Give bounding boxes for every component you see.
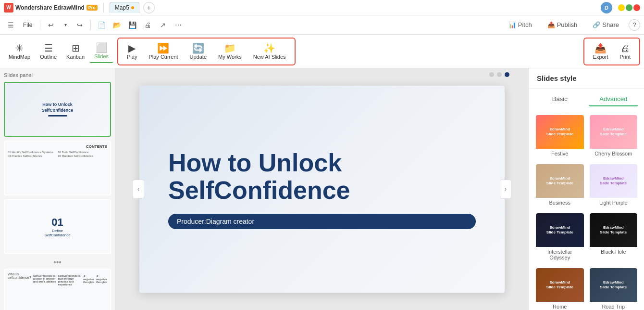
quote-4: ✗ negative thoughts — [96, 274, 107, 310]
slide-thumb-preview-1: How to UnlockSelfConfidence — [5, 83, 110, 136]
slides-style-panel: Slides style Basic Advanced EdrawMindSli… — [529, 68, 644, 310]
play-current-icon: ⏩ — [157, 43, 169, 53]
my-works-label: My Works — [218, 54, 242, 60]
slide-thumbnail-2[interactable]: CONTENTS 01 Identify SelfConfidence Syst… — [4, 141, 111, 195]
outline-tool[interactable]: ☰ Outline — [35, 40, 62, 63]
slide-thumbnail-1[interactable]: How to UnlockSelfConfidence — [4, 82, 111, 137]
open-file-icon[interactable]: 📂 — [110, 18, 124, 32]
style-card-cherry[interactable]: EdrawMindSlide Template Cherry Blossom — [589, 114, 639, 159]
more-icon[interactable]: ⋯ — [172, 18, 185, 32]
mindmap-label: MindMap — [9, 54, 30, 60]
slides-icon: ⬜ — [96, 43, 108, 52]
quote-row-2: ✗ negative thoughts ✗ negative thoughts — [83, 274, 107, 310]
publish-button[interactable]: 📤 Publish — [542, 19, 583, 31]
play-tool[interactable]: ▶ Play — [122, 40, 142, 63]
play-icon: ▶ — [128, 43, 136, 53]
slide-thumb-preview-3: 01 DefineSelfConfidence — [5, 200, 110, 253]
style-card-roadtrip[interactable]: EdrawMindSlide Template Road Trip — [589, 267, 639, 310]
slide-grid: 01 Identify SelfConfidence Systems 02 Bu… — [8, 151, 107, 157]
quote-1: SelfConfidence is a belief in oneself an… — [33, 274, 56, 310]
slide-main-content: How to Unlock SelfConfidence Producer:Di… — [139, 86, 505, 293]
sep2 — [90, 20, 91, 30]
menubar: ☰ File ↩ ▾ ↪ 📄 📂 💾 🖨 ↗ ⋯ 📊 Pitch 📤 Publi… — [0, 15, 644, 35]
slide-contents-preview: CONTENTS — [8, 144, 107, 149]
print-tool[interactable]: 🖨 Print — [615, 40, 635, 63]
style-thumb-interstellar: EdrawMindSlide Template — [536, 213, 584, 247]
save-file-icon[interactable]: 💾 — [125, 18, 139, 32]
interstellar-thumb-text: EdrawMindSlide Template — [545, 223, 575, 237]
file-menu[interactable]: File — [19, 20, 36, 30]
cherry-thumb-text: EdrawMindSlide Template — [598, 125, 629, 139]
menubar-right: 📊 Pitch 📤 Publish 🔗 Share ? — [503, 19, 640, 31]
pitch-button[interactable]: 📊 Pitch — [503, 19, 538, 31]
style-card-lightpurple[interactable]: EdrawMindSlide Template Light Purple — [589, 163, 639, 208]
slide-num-preview: 01 — [51, 216, 63, 229]
kanban-tool[interactable]: ⊞ Kanban — [62, 40, 89, 63]
style-card-blackhole[interactable]: EdrawMindSlide Template Black Hole — [589, 212, 639, 263]
style-tabs: Basic Advanced — [529, 89, 644, 110]
print-tool-icon: 🖨 — [620, 43, 630, 53]
share-button[interactable]: 🔗 Share — [587, 19, 625, 31]
redo-button[interactable]: ↪ — [73, 18, 87, 32]
separator — [103, 3, 104, 13]
export-icon[interactable]: ↗ — [156, 18, 170, 32]
avatar[interactable]: D — [601, 2, 612, 13]
tab-advanced[interactable]: Advanced — [589, 92, 639, 106]
style-card-business[interactable]: EdrawMindSlide Template Business — [535, 163, 585, 208]
update-tool[interactable]: 🔄 Update — [185, 40, 211, 63]
style-card-rome[interactable]: EdrawMindSlide Template Rome — [535, 267, 585, 310]
minimize-button[interactable] — [618, 4, 625, 11]
style-name-blackhole: Black Hole — [590, 247, 638, 257]
publish-label: Publish — [557, 21, 578, 28]
my-works-icon: 📁 — [224, 43, 236, 53]
quote-3: ✗ negative thoughts — [83, 274, 94, 310]
my-works-tool[interactable]: 📁 My Works — [213, 40, 247, 63]
canvas-nav — [489, 72, 509, 77]
undo-button[interactable]: ↩ — [44, 18, 58, 32]
sidebar-toggle-icon[interactable]: ☰ — [4, 18, 17, 32]
play-label: Play — [127, 54, 137, 60]
new-file-icon[interactable]: 📄 — [95, 18, 108, 32]
collapse-left-button[interactable]: ‹ — [133, 180, 144, 199]
export-tool[interactable]: 📤 Export — [588, 40, 613, 63]
slide-subtitle-preview: DefineSelfConfidence — [44, 229, 70, 237]
cell-1: 01 Identify SelfConfidence Systems — [8, 151, 57, 154]
style-name-business: Business — [536, 198, 584, 207]
slide-thumbnail-4[interactable]: What is selfconfidence? SelfConfidence i… — [4, 269, 111, 310]
tab-basic[interactable]: Basic — [535, 92, 585, 106]
slide-more: ••• — [4, 258, 111, 267]
main-content: Slides panel How to UnlockSelfConfidence… — [0, 68, 644, 310]
app-logo: W Wondershare EdrawMind Pro — [4, 3, 98, 13]
nav-dot-1[interactable] — [489, 72, 494, 77]
style-card-festive[interactable]: EdrawMindSlide Template Festive — [535, 114, 585, 159]
mindmap-tool[interactable]: ✳ MindMap — [4, 40, 35, 63]
style-panel-header: Slides style — [529, 68, 644, 89]
help-button[interactable]: ? — [629, 19, 640, 31]
lightpurple-thumb-text: EdrawMindSlide Template — [598, 174, 629, 188]
map-tab[interactable]: Map5 — [110, 2, 139, 13]
publish-icon: 📤 — [547, 21, 555, 28]
expand-right-button[interactable]: › — [500, 180, 511, 199]
style-thumb-business: EdrawMindSlide Template — [536, 164, 584, 198]
new-tab-button[interactable]: + — [143, 2, 155, 13]
nav-dot-3[interactable] — [505, 72, 509, 77]
new-ai-slides-tool[interactable]: ✨ New AI Slides — [248, 40, 291, 63]
style-card-interstellar[interactable]: EdrawMindSlide Template Interstellar Ody… — [535, 212, 585, 263]
slides-tool[interactable]: ⬜ Slides — [89, 40, 113, 63]
outline-icon: ☰ — [44, 43, 53, 53]
blackhole-thumb-text: EdrawMindSlide Template — [598, 223, 629, 237]
close-button[interactable] — [633, 4, 640, 11]
app-name: Wondershare EdrawMind — [15, 4, 85, 11]
maximize-button[interactable] — [626, 4, 632, 11]
slide-thumbnail-3[interactable]: 01 DefineSelfConfidence — [4, 199, 111, 254]
style-name-interstellar: Interstellar Odyssey — [536, 247, 584, 262]
undo-dropdown[interactable]: ▾ — [59, 18, 72, 32]
slide-title-preview-1: How to UnlockSelfConfidence — [42, 102, 74, 113]
slide-main-title: How to Unlock SelfConfidence — [168, 149, 476, 204]
print-icon[interactable]: 🖨 — [141, 18, 154, 32]
play-current-tool[interactable]: ⏩ Play Current — [144, 40, 183, 63]
slide-title-line2: SelfConfidence — [168, 176, 350, 204]
slide-main: How to Unlock SelfConfidence Producer:Di… — [139, 86, 505, 293]
export-action-group: 📤 Export 🖨 Print — [583, 38, 640, 65]
nav-dot-2[interactable] — [497, 72, 502, 77]
